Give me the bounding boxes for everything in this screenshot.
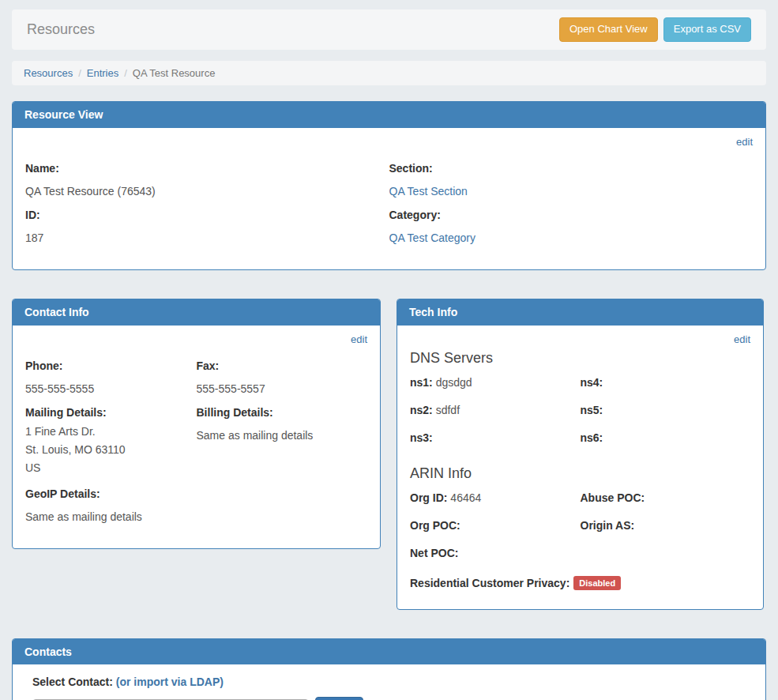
ns5-label: ns5:	[581, 404, 603, 416]
breadcrumb-separator: /	[124, 67, 127, 79]
fax-label: Fax:	[197, 359, 368, 372]
ns4-label: ns4:	[581, 376, 603, 389]
import-via-ldap-link[interactable]: (or import via LDAP)	[116, 676, 224, 688]
phone-label: Phone:	[25, 359, 197, 372]
select-contact-label: Select Contact:	[32, 676, 113, 688]
tech-info-edit-link[interactable]: edit	[734, 333, 750, 345]
toolbar-buttons: Open Chart View Export as CSV	[559, 17, 751, 41]
tech-info-panel: Tech Info edit DNS Servers ns1: dgsdgd n…	[397, 299, 764, 610]
ns2-value: sdfdf	[436, 404, 460, 416]
ns6-field: ns6:	[581, 431, 751, 444]
phone-value: 555-555-5555	[25, 382, 197, 395]
ns1-label: ns1:	[410, 376, 433, 389]
page: Resources Open Chart View Export as CSV …	[0, 0, 778, 700]
id-value: 187	[25, 231, 389, 244]
billing-details-label: Billing Details:	[197, 406, 368, 419]
abuse-poc-label: Abuse POC:	[581, 491, 645, 504]
resource-view-panel: Resource View edit Name: QA Test Resourc…	[12, 101, 766, 270]
abuse-poc-field: Abuse POC:	[581, 491, 751, 504]
mailing-address-line: 1 Fine Arts Dr.	[25, 426, 197, 437]
page-title: Resources	[27, 21, 95, 38]
name-label: Name:	[25, 162, 389, 175]
ns6-label: ns6:	[581, 431, 603, 444]
breadcrumb-separator: /	[78, 67, 81, 79]
ns2-label: ns2:	[410, 404, 433, 416]
mailing-details-label: Mailing Details:	[25, 406, 197, 419]
geoip-details-value: Same as mailing details	[25, 510, 197, 523]
org-id-value: 46464	[450, 491, 481, 504]
privacy-status-badge: Disabled	[573, 576, 621, 590]
ns1-field: ns1: dgsdgd	[410, 376, 581, 389]
breadcrumb-resources-link[interactable]: Resources	[24, 67, 73, 79]
open-chart-view-button[interactable]: Open Chart View	[559, 17, 658, 41]
resource-view-panel-title: Resource View	[13, 102, 765, 128]
tech-info-panel-title: Tech Info	[397, 299, 763, 326]
ns3-label: ns3:	[410, 431, 433, 444]
arin-info-heading: ARIN Info	[410, 465, 750, 482]
mailing-address-line: US	[25, 462, 197, 473]
id-label: ID:	[25, 209, 389, 221]
org-id-label: Org ID:	[410, 491, 447, 504]
resource-view-left-column: Name: QA Test Resource (76543) ID: 187	[25, 151, 389, 250]
dns-servers-heading: DNS Servers	[410, 350, 750, 367]
section-label: Section:	[389, 162, 754, 175]
contact-info-panel-body: edit Phone: 555-555-5555 Mailing Details…	[13, 326, 380, 548]
contacts-panel-title: Contacts	[13, 639, 765, 665]
resource-view-right-column: Section: QA Test Section Category: QA Te…	[389, 151, 754, 250]
net-poc-field: Net POC:	[410, 547, 581, 559]
ns1-value: dgsdgd	[436, 376, 472, 389]
toolbar: Resources Open Chart View Export as CSV	[12, 9, 766, 50]
billing-details-value: Same as mailing details	[197, 429, 368, 442]
arin-empty-cell	[581, 547, 751, 559]
contacts-panel: Contacts Select Contact: (or import via …	[12, 638, 766, 700]
name-value: QA Test Resource (76543)	[25, 185, 389, 198]
geoip-details-label: GeoIP Details:	[25, 487, 197, 500]
contact-select-row: Search for a Contact Assign	[32, 697, 746, 700]
contact-info-panel-title: Contact Info	[13, 299, 380, 326]
breadcrumb-current: QA Test Resource	[133, 67, 216, 79]
section-value-link[interactable]: QA Test Section	[389, 185, 468, 198]
select-contact-label-row: Select Contact: (or import via LDAP)	[32, 676, 746, 688]
contact-info-panel: Contact Info edit Phone: 555-555-5555 Ma…	[12, 299, 381, 549]
org-poc-field: Org POC:	[410, 519, 581, 532]
export-csv-button[interactable]: Export as CSV	[663, 17, 751, 41]
org-id-field: Org ID: 46464	[410, 491, 581, 504]
ns4-field: ns4:	[581, 376, 751, 389]
contact-info-edit-link[interactable]: edit	[351, 333, 367, 345]
contacts-panel-body: Select Contact: (or import via LDAP) Sea…	[13, 664, 765, 700]
org-poc-label: Org POC:	[410, 519, 460, 532]
category-value-link[interactable]: QA Test Category	[389, 231, 475, 244]
contact-info-left-column: Phone: 555-555-5555 Mailing Details: 1 F…	[25, 348, 197, 529]
resource-view-panel-body: edit Name: QA Test Resource (76543) ID: …	[13, 128, 765, 269]
breadcrumb-entries-link[interactable]: Entries	[87, 67, 118, 79]
residential-privacy-field: Residential Customer Privacy:Disabled	[410, 576, 750, 590]
origin-as-field: Origin AS:	[581, 519, 751, 532]
contact-info-right-column: Fax: 555-555-5557 Billing Details: Same …	[197, 348, 368, 529]
category-label: Category:	[389, 209, 754, 221]
fax-value: 555-555-5557	[197, 382, 368, 395]
resource-view-edit-link[interactable]: edit	[736, 136, 753, 148]
ns3-field: ns3:	[410, 431, 581, 444]
net-poc-label: Net POC:	[410, 547, 458, 559]
tech-info-panel-body: edit DNS Servers ns1: dgsdgd ns4: ns2: s…	[397, 326, 763, 609]
ns2-field: ns2: sdfdf	[410, 404, 581, 416]
info-panel-row: Contact Info edit Phone: 555-555-5555 Ma…	[12, 299, 766, 610]
residential-privacy-label: Residential Customer Privacy:	[410, 577, 569, 589]
origin-as-label: Origin AS:	[581, 519, 635, 532]
mailing-address-line: St. Louis, MO 63110	[25, 444, 197, 455]
breadcrumb: Resources / Entries / QA Test Resource	[12, 61, 766, 85]
ns5-field: ns5:	[581, 404, 751, 416]
assign-button[interactable]: Assign	[315, 697, 363, 700]
